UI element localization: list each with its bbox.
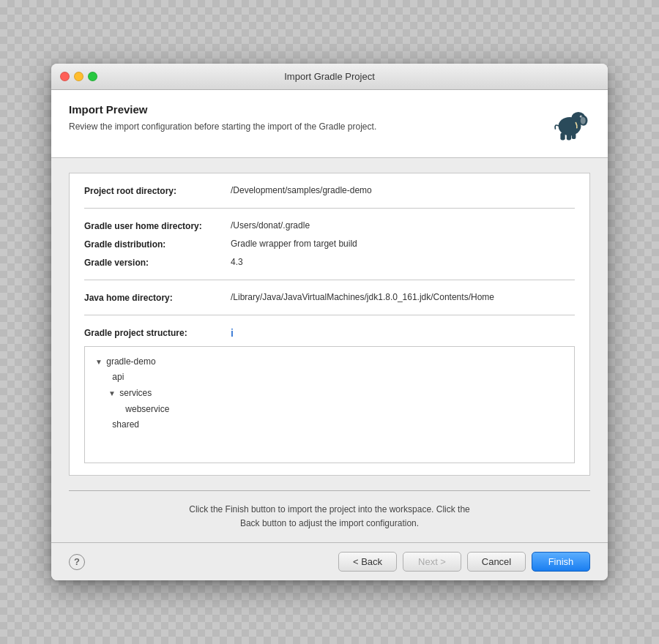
tree-item-gradle-demo[interactable]: ▼ gradle-demo xyxy=(95,354,564,370)
finish-button[interactable]: Finish xyxy=(532,552,590,572)
next-button[interactable]: Next > xyxy=(403,552,461,572)
cancel-button[interactable]: Cancel xyxy=(467,552,526,572)
tree-item-shared[interactable]: shared xyxy=(95,417,564,433)
gradle-elephant-icon xyxy=(549,103,590,144)
svg-rect-7 xyxy=(567,132,571,140)
dialog-content: Import Preview Review the import configu… xyxy=(51,90,608,580)
minimize-button[interactable] xyxy=(74,72,83,81)
property-row-gradle-ver: Gradle version: 4.3 xyxy=(84,257,575,268)
footer-divider xyxy=(69,490,590,491)
tree-label-3: webservice xyxy=(125,404,169,414)
tree-label-0: gradle-demo xyxy=(106,356,155,367)
footer-line1: Click the Finish button to import the pr… xyxy=(189,504,470,514)
prop-label-gradle-ver: Gradle version: xyxy=(84,257,231,268)
property-row-gradle-dist: Gradle distribution: Gradle wrapper from… xyxy=(84,239,575,250)
prop-value-gradle-dist: Gradle wrapper from target build xyxy=(231,239,575,249)
maximize-button[interactable] xyxy=(88,72,97,81)
dialog-heading: Import Preview xyxy=(69,103,376,116)
window-title: Import Gradle Project xyxy=(284,71,375,82)
tree-label-1: api xyxy=(112,372,124,382)
svg-point-5 xyxy=(581,116,581,116)
tree-item-webservice[interactable]: webservice xyxy=(95,402,564,418)
dialog-description: Review the import configuration before s… xyxy=(69,120,376,133)
help-button[interactable]: ? xyxy=(69,554,85,570)
property-row-gradle-home: Gradle user home directory: /Users/donat… xyxy=(84,220,575,231)
traffic-lights xyxy=(60,72,97,81)
svg-rect-6 xyxy=(560,132,565,140)
prop-divider-1 xyxy=(84,208,575,209)
header-text: Import Preview Review the import configu… xyxy=(69,103,376,133)
back-button[interactable]: < Back xyxy=(338,552,397,572)
titlebar: Import Gradle Project xyxy=(51,64,608,90)
properties-section: Project root directory: /Development/sam… xyxy=(69,173,590,476)
prop-value-gradle-ver: 4.3 xyxy=(231,257,575,267)
main-window: Import Gradle Project Import Preview Rev… xyxy=(51,64,608,580)
tree-container: ▼ gradle-demo api ▼ services webservice xyxy=(84,346,575,463)
close-button[interactable] xyxy=(60,72,70,81)
tree-label-4: shared xyxy=(112,419,139,430)
prop-label-java-home: Java home directory: xyxy=(84,292,231,303)
structure-label: Gradle project structure: xyxy=(84,327,231,338)
button-bar: ? < Back Next > Cancel Finish xyxy=(51,542,608,580)
svg-point-3 xyxy=(581,117,586,124)
tree-arrow-0: ▼ xyxy=(95,356,103,369)
prop-divider-3 xyxy=(84,315,575,315)
property-row-java-home: Java home directory: /Library/Java/JavaV… xyxy=(84,292,575,303)
prop-value-root: /Development/samples/gradle-demo xyxy=(231,185,575,195)
prop-divider-2 xyxy=(84,280,575,280)
help-icon: ? xyxy=(74,556,80,567)
prop-value-java-home: /Library/Java/JavaVirtualMachines/jdk1.8… xyxy=(231,292,575,302)
svg-rect-8 xyxy=(572,132,576,138)
prop-value-gradle-home: /Users/donat/.gradle xyxy=(231,220,575,231)
tree-arrow-2: ▼ xyxy=(108,387,116,400)
tree-item-api[interactable]: api xyxy=(95,370,564,386)
footer-line2: Back button to adjust the import configu… xyxy=(240,518,419,528)
tree-label-2: services xyxy=(119,388,152,398)
prop-label-root: Project root directory: xyxy=(84,185,231,196)
footer-section: Click the Finish button to import the pr… xyxy=(51,490,608,531)
main-body: Project root directory: /Development/sam… xyxy=(51,158,608,476)
property-row-root: Project root directory: /Development/sam… xyxy=(84,185,575,196)
info-icon[interactable]: i xyxy=(231,327,234,339)
header-section: Import Preview Review the import configu… xyxy=(51,90,608,158)
prop-label-gradle-dist: Gradle distribution: xyxy=(84,239,231,250)
footer-message: Click the Finish button to import the pr… xyxy=(69,503,590,531)
structure-row: Gradle project structure: i xyxy=(84,327,575,339)
tree-item-services[interactable]: ▼ services xyxy=(95,386,564,402)
prop-label-gradle-home: Gradle user home directory: xyxy=(84,220,231,231)
